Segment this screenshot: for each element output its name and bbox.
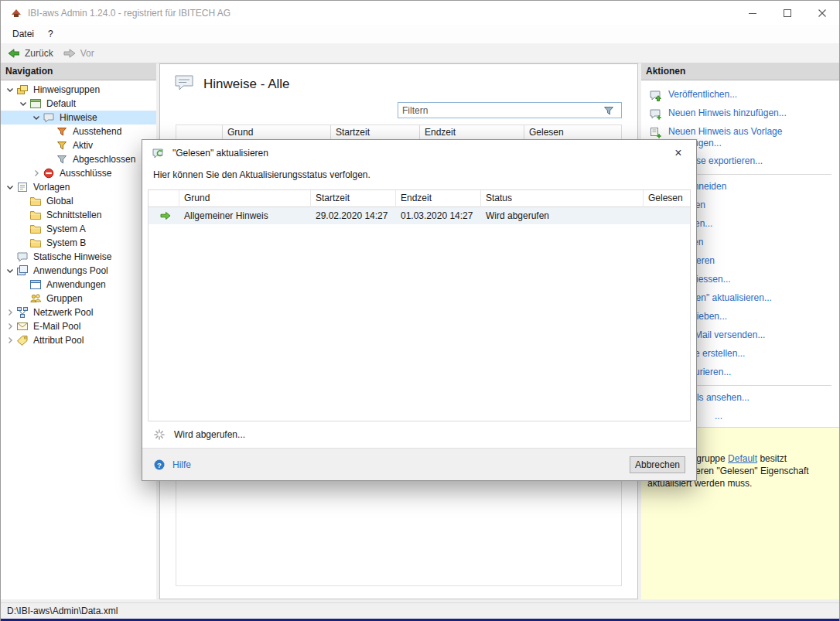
chevron-expanded-icon[interactable]: [4, 181, 16, 193]
column-header-startzeit[interactable]: Startzeit: [331, 125, 420, 140]
network-icon: [16, 306, 29, 319]
cell-startzeit: 29.02.2020 14:27: [311, 207, 396, 224]
chevron-collapsed-icon[interactable]: [4, 306, 16, 319]
cell-grund: Allgemeiner Hinweis: [179, 207, 311, 224]
svg-text:?: ?: [157, 460, 162, 469]
dialog-footer: ? Hilfe Abbrechen: [142, 448, 696, 480]
chevron-expanded-icon[interactable]: [4, 264, 16, 277]
chevron-spacer: [4, 251, 16, 263]
dialog-column-icon-spacer: [149, 190, 179, 207]
filter-box: [398, 102, 622, 118]
navigation-tree: HinweisgruppenDefaultHinweiseAusstehendA…: [1, 80, 156, 599]
spinner-icon: [153, 428, 166, 441]
help-icon: ?: [153, 459, 166, 471]
help-link[interactable]: ? Hilfe: [153, 459, 191, 471]
dialog-column-grund[interactable]: Grund: [179, 190, 311, 207]
tree-item-default[interactable]: Default: [1, 97, 156, 111]
tree-item-anwendungen[interactable]: Anwendungen: [1, 278, 156, 292]
tree-item-system-a[interactable]: System A: [1, 222, 156, 236]
forward-button-label: Vor: [80, 48, 94, 59]
chevron-expanded-icon[interactable]: [4, 84, 16, 96]
menu-help[interactable]: ?: [41, 26, 60, 42]
forward-button[interactable]: Vor: [63, 47, 94, 60]
tree-item-label: Aktiv: [70, 140, 95, 151]
action-label: ...: [715, 411, 831, 422]
tree-item-label: Hinweise: [57, 112, 100, 123]
default-group-link[interactable]: Default: [728, 453, 757, 464]
tree-item-label: Abgeschlossen: [70, 154, 138, 165]
tree-item-label: Ausschlüsse: [57, 168, 114, 179]
chevron-spacer: [43, 125, 56, 138]
abbrechen-button[interactable]: Abbrechen: [630, 456, 685, 473]
tree-item-ausschlüsse[interactable]: Ausschlüsse: [1, 166, 156, 180]
folder-icon: [29, 223, 42, 235]
column-header-gelesen[interactable]: Gelesen: [524, 125, 621, 140]
tree-item-schnittstellen[interactable]: Schnittstellen: [1, 208, 156, 222]
help-link-label: Hilfe: [172, 459, 191, 470]
tree-item-e-mail-pool[interactable]: E-Mail Pool: [1, 319, 156, 333]
filter-funnel-icon[interactable]: [603, 104, 615, 117]
tree-item-attribut-pool[interactable]: Attribut Pool: [1, 333, 156, 347]
chevron-collapsed-icon[interactable]: [4, 334, 16, 346]
menubar: Datei ?: [1, 25, 839, 43]
close-button[interactable]: [804, 1, 839, 25]
action-veröffentlichen[interactable]: Veröffentlichen...: [641, 86, 839, 104]
filter-input[interactable]: [402, 105, 603, 116]
back-button[interactable]: Zurück: [7, 47, 53, 60]
tree-item-ausstehend[interactable]: Ausstehend: [1, 125, 156, 138]
application-icon: [29, 278, 42, 291]
folder-icon: [29, 209, 42, 221]
tree-item-aktiv[interactable]: Aktiv: [1, 138, 156, 152]
column-icon-spacer: [176, 125, 223, 140]
tree-item-label: Ausstehend: [70, 126, 124, 137]
forward-arrow-icon: [63, 47, 75, 60]
dialog-column-startzeit[interactable]: Startzeit: [311, 190, 396, 207]
back-arrow-icon: [7, 47, 19, 60]
statusbar: D:\IBI-aws\Admin\Data.xml: [1, 602, 839, 619]
tree-item-abgeschlossen[interactable]: Abgeschlossen: [1, 152, 156, 166]
tree-item-system-b[interactable]: System B: [1, 236, 156, 250]
tree-item-global[interactable]: Global: [1, 194, 156, 208]
tree-item-hinweisgruppen[interactable]: Hinweisgruppen: [1, 83, 156, 97]
action-neuen-hinweis-hinzufügen[interactable]: Neuen Hinweis hinzufügen...: [641, 104, 839, 123]
chevron-spacer: [17, 292, 29, 305]
dialog-column-gelesen[interactable]: Gelesen: [644, 190, 690, 207]
column-header-endzeit[interactable]: Endzeit: [420, 125, 524, 140]
tree-item-anwendungs-pool[interactable]: Anwendungs Pool: [1, 264, 156, 278]
menu-datei[interactable]: Datei: [5, 26, 41, 42]
chevron-expanded-icon[interactable]: [30, 111, 43, 124]
dialog-table-row[interactable]: Allgemeiner Hinweis29.02.2020 14:2701.03…: [149, 207, 690, 224]
chevron-collapsed-icon[interactable]: [4, 320, 16, 333]
minimize-button[interactable]: [735, 1, 770, 25]
column-header-grund[interactable]: Grund: [223, 125, 331, 140]
notice-group-icon: [29, 97, 42, 110]
dialog-column-status[interactable]: Status: [481, 190, 644, 207]
tree-item-label: Statische Hinweise: [31, 251, 114, 262]
notice-icon: [43, 111, 55, 124]
dialog-titlebar: "Gelesen" aktualisieren ×: [142, 140, 696, 166]
navigation-header: Navigation: [1, 63, 156, 80]
dialog-column-endzeit[interactable]: Endzeit: [396, 190, 481, 207]
window-controls: [735, 1, 839, 25]
folder-icon: [29, 237, 42, 249]
exclusion-icon: [43, 167, 55, 179]
app-icon: [10, 7, 22, 19]
navigation-panel: Navigation HinweisgruppenDefaultHinweise…: [1, 63, 156, 599]
chevron-spacer: [43, 153, 56, 165]
dialog-close-button[interactable]: ×: [670, 145, 687, 162]
chevron-spacer: [17, 209, 29, 221]
tree-item-label: System A: [44, 223, 88, 234]
chevron-expanded-icon[interactable]: [17, 97, 29, 110]
maximize-button[interactable]: [770, 1, 804, 25]
gelesen-aktualisieren-dialog: "Gelesen" aktualisieren × Hier können Si…: [142, 139, 697, 481]
tree-item-hinweise[interactable]: Hinweise: [1, 111, 156, 125]
tree-item-gruppen[interactable]: Gruppen: [1, 292, 156, 305]
folder-icon: [29, 195, 42, 207]
tree-item-statische-hinweise[interactable]: Statische Hinweise: [1, 250, 156, 264]
add-notice-from-template-icon: [649, 126, 661, 138]
chevron-collapsed-icon[interactable]: [30, 167, 43, 179]
notice-groups-icon: [16, 84, 29, 96]
tree-item-vorlagen[interactable]: Vorlagen: [1, 180, 156, 194]
tree-item-netzwerk-pool[interactable]: Netzwerk Pool: [1, 305, 156, 319]
data-file-path: D:\IBI-aws\Admin\Data.xml: [7, 606, 118, 616]
